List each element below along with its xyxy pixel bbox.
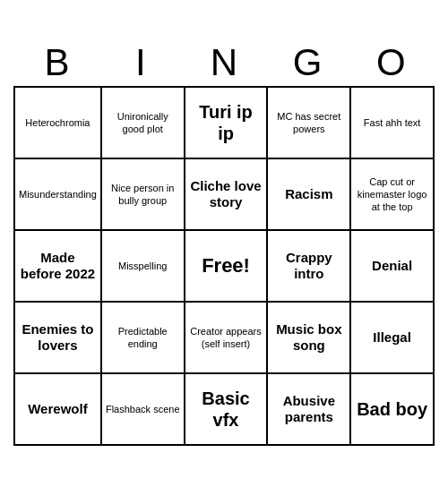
bingo-cell-text-21: Flashback scene xyxy=(106,403,180,415)
bingo-cell-text-23: Abusive parents xyxy=(271,393,346,425)
letter-g: G xyxy=(269,41,346,84)
bingo-cell-text-14: Denial xyxy=(372,258,412,274)
bingo-cell-2: Turi ip ip xyxy=(185,88,269,159)
bingo-cell-text-12: Free! xyxy=(202,253,250,279)
bingo-cell-text-18: Music box song xyxy=(271,321,346,354)
bingo-cell-text-6: Nice person in bully group xyxy=(106,182,180,208)
bingo-cell-16: Predictable ending xyxy=(102,303,185,374)
letter-i: I xyxy=(102,41,179,84)
bingo-cell-19: Illegal xyxy=(351,303,435,374)
bingo-cell-text-11: Misspelling xyxy=(118,260,167,272)
bingo-cell-text-10: Made before 2022 xyxy=(19,250,97,282)
bingo-cell-6: Nice person in bully group xyxy=(102,159,185,231)
bingo-cell-text-0: Heterochromia xyxy=(25,116,90,129)
bingo-cell-text-24: Bad boy xyxy=(357,398,427,420)
bingo-cell-7: Cliche love story xyxy=(185,159,269,231)
bingo-cell-14: Denial xyxy=(351,231,435,303)
bingo-cell-text-3: MC has secret powers xyxy=(271,110,346,136)
bingo-cell-text-9: Cap cut or kinemaster logo at the top xyxy=(355,175,429,214)
bingo-cell-text-4: Fast ahh text xyxy=(364,116,421,129)
bingo-cell-1: Unironically good plot xyxy=(102,88,185,159)
letter-o: O xyxy=(352,41,429,84)
bingo-cell-9: Cap cut or kinemaster logo at the top xyxy=(351,159,435,231)
bingo-cell-24: Bad boy xyxy=(351,374,435,446)
bingo-cell-text-2: Turi ip ip xyxy=(189,101,263,144)
bingo-cell-11: Misspelling xyxy=(102,231,185,303)
bingo-cell-3: MC has secret powers xyxy=(268,88,351,159)
bingo-cell-text-5: Misunderstanding xyxy=(19,188,97,201)
bingo-cell-text-7: Cliche love story xyxy=(189,178,263,210)
bingo-cell-text-8: Racism xyxy=(285,186,332,202)
bingo-grid: HeterochromiaUnironically good plotTuri … xyxy=(13,86,435,446)
bingo-cell-text-20: Werewolf xyxy=(28,401,87,417)
bingo-cell-text-1: Unironically good plot xyxy=(106,110,180,136)
bingo-cell-21: Flashback scene xyxy=(102,374,185,446)
letter-b: B xyxy=(19,41,96,84)
bingo-cell-15: Enemies to lovers xyxy=(15,303,102,374)
bingo-cell-text-13: Crappy intro xyxy=(271,250,346,282)
bingo-title: B I N G O xyxy=(13,41,435,84)
bingo-cell-20: Werewolf xyxy=(15,374,102,446)
bingo-cell-12: Free! xyxy=(185,231,269,303)
bingo-cell-text-17: Creator appears (self insert) xyxy=(189,325,263,351)
bingo-card: B I N G O HeterochromiaUnironically good… xyxy=(13,41,435,446)
bingo-cell-text-16: Predictable ending xyxy=(106,325,180,351)
bingo-cell-8: Racism xyxy=(268,159,351,231)
bingo-cell-22: Basic vfx xyxy=(185,374,269,446)
bingo-cell-text-22: Basic vfx xyxy=(189,388,263,431)
bingo-cell-text-19: Illegal xyxy=(373,329,411,346)
bingo-cell-0: Heterochromia xyxy=(15,88,102,159)
bingo-cell-18: Music box song xyxy=(268,303,351,374)
bingo-cell-17: Creator appears (self insert) xyxy=(185,303,269,374)
bingo-cell-23: Abusive parents xyxy=(268,374,351,446)
bingo-cell-4: Fast ahh text xyxy=(351,88,435,159)
letter-n: N xyxy=(185,41,263,84)
bingo-cell-text-15: Enemies to lovers xyxy=(19,321,97,354)
bingo-cell-10: Made before 2022 xyxy=(15,231,102,303)
bingo-cell-5: Misunderstanding xyxy=(15,159,102,231)
bingo-cell-13: Crappy intro xyxy=(268,231,351,303)
